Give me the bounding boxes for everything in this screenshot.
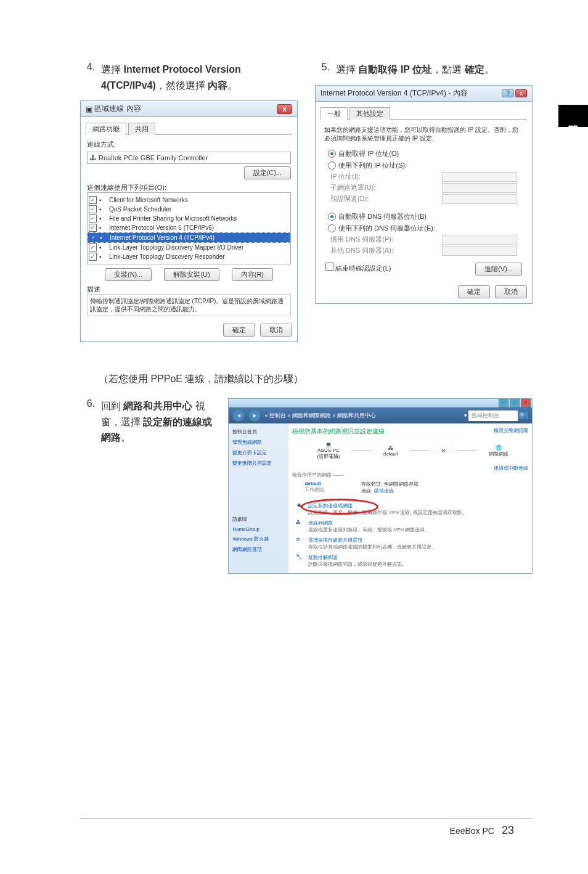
connect-disconnect-link[interactable]: 連線或中斷連線 bbox=[292, 465, 528, 472]
ok-button[interactable]: 確定 bbox=[458, 285, 490, 298]
radio-auto-ip[interactable]: 自動取得 IP 位址(O) bbox=[325, 148, 522, 160]
checkbox-icon: ✓ bbox=[89, 243, 97, 251]
cancel-button[interactable]: 取消 bbox=[260, 324, 292, 337]
connect-using-label: 連線方式: bbox=[87, 140, 291, 149]
step-6: 6. 回到 網路和共用中心 視窗，選擇 設定新的連線或網路。 bbox=[80, 398, 216, 446]
properties-button[interactable]: 內容(R) bbox=[232, 268, 273, 281]
intro-text: 如果您的網路支援這項功能，您可以取得自動指派的 IP 設定。否則，您必須詢問網路… bbox=[321, 122, 527, 147]
ok-button[interactable]: 確定 bbox=[223, 324, 255, 337]
subnet-input[interactable] bbox=[442, 183, 517, 193]
radio-manual-dns[interactable]: 使用下列的 DNS 伺服器位址(E): bbox=[325, 223, 522, 234]
protocol-item[interactable]: ✓▪Internet Protocol Version 6 (TCP/IPv6) bbox=[88, 223, 290, 232]
page-footer: EeeBox PC23 bbox=[450, 824, 514, 837]
task-link[interactable]: 🔧疑難排解問題診斷與修復網路問題，或取得疑難排解資訊。 bbox=[292, 552, 528, 570]
close-button[interactable]: x bbox=[277, 104, 292, 114]
window-title: Internet Protocol Version 4 (TCP/IPv4) -… bbox=[321, 88, 468, 99]
gateway-input[interactable] bbox=[442, 194, 517, 204]
nav-link[interactable]: 管理無線網路 bbox=[232, 439, 285, 446]
configure-button[interactable]: 設定(C)... bbox=[244, 166, 291, 179]
task-icon: 🔌 bbox=[296, 502, 304, 511]
cancel-button[interactable]: 取消 bbox=[495, 285, 527, 298]
pane-title: 檢視您基本的網路資訊並設定連線 bbox=[292, 427, 385, 436]
protocol-icon: ▪ bbox=[99, 206, 107, 213]
task-link[interactable]: 🖧連線到網路連線或重新連線到無線、有線、撥號或 VPN 網路連線。 bbox=[292, 518, 528, 535]
tab-alternate[interactable]: 其他設定 bbox=[349, 107, 390, 120]
nav-home[interactable]: 控制台首頁 bbox=[232, 428, 285, 435]
window-icon: ▣ bbox=[86, 105, 92, 113]
nav-link[interactable]: Windows 防火牆 bbox=[232, 536, 285, 542]
checkbox-icon: ✓ bbox=[89, 234, 97, 242]
step-number: 6. bbox=[80, 398, 95, 446]
nav-link[interactable]: HomeGroup bbox=[232, 526, 285, 532]
side-tab: 繁體中文 bbox=[558, 105, 588, 127]
task-link[interactable]: ⚙選擇家用群組和共用選項存取位於其他網路電腦的檔案和印表機，或變更共用設定。 bbox=[292, 535, 528, 552]
items-label: 這個連線使用下列項目(O): bbox=[87, 183, 291, 192]
forward-button[interactable]: ► bbox=[248, 409, 261, 422]
protocol-icon: ▪ bbox=[99, 244, 107, 251]
nav-link[interactable]: 變更進階共用設定 bbox=[232, 460, 285, 467]
close-button[interactable]: x bbox=[521, 399, 531, 407]
protocol-icon: ▪ bbox=[99, 253, 107, 261]
checkbox-icon: ✓ bbox=[89, 224, 97, 232]
this-pc-icon: 💻ASUS-PC(這部電腦) bbox=[317, 442, 340, 460]
adapter-icon: 🖧 bbox=[89, 154, 96, 161]
ipv4-properties-dialog: Internet Protocol Version 4 (TCP/IPv4) -… bbox=[315, 85, 533, 304]
protocol-item[interactable]: ✓▪Client for Microsoft Networks bbox=[88, 195, 290, 205]
protocol-icon: ▪ bbox=[100, 234, 107, 242]
install-button[interactable]: 安裝(N)... bbox=[105, 268, 152, 281]
nav-link[interactable]: 請參閱 bbox=[232, 516, 285, 523]
nav-link[interactable]: 網際網路選項 bbox=[232, 546, 285, 553]
checkbox-icon: ✓ bbox=[89, 253, 97, 261]
back-button[interactable]: ◄ bbox=[232, 409, 245, 422]
network-sharing-center: – □ x ◄ ► « 控制台 » 網路和網際網路 » 網路和共用中心 ▾ 搜尋… bbox=[228, 398, 533, 574]
dns1-input[interactable] bbox=[442, 235, 517, 245]
protocol-item[interactable]: ✓▪Link-Layer Topology Discovery Mapper I… bbox=[88, 243, 290, 252]
checkbox-icon: ✓ bbox=[89, 205, 97, 213]
network-icon: 🖧default bbox=[383, 446, 398, 457]
full-map-link[interactable]: 檢視完整網路圖 bbox=[494, 427, 528, 439]
nav-link[interactable]: 變更介面卡設定 bbox=[232, 449, 285, 456]
lan-properties-dialog: ▣ 區域連線 內容 x 網路功能 共用 連線方式: 🖧 Realtek PCIe… bbox=[80, 100, 298, 342]
minimize-button[interactable]: – bbox=[499, 399, 508, 407]
checkbox-icon: ✓ bbox=[89, 214, 97, 223]
tab-networking[interactable]: 網路功能 bbox=[86, 123, 126, 135]
radio-auto-dns[interactable]: 自動取得 DNS 伺服器位址(B) bbox=[325, 211, 522, 223]
internet-icon: 🌐網際網路 bbox=[489, 445, 508, 457]
close-button[interactable]: x bbox=[515, 89, 527, 97]
step-4: 4. 選擇 Internet Protocol Version 4(TCP/IP… bbox=[80, 62, 298, 93]
protocol-item[interactable]: ✓▪File and Printer Sharing for Microsoft… bbox=[88, 214, 290, 223]
tab-general[interactable]: 一般 bbox=[321, 107, 348, 120]
protocol-icon: ▪ bbox=[99, 215, 107, 223]
description-text: 傳輸控制通訊協定/網際網路通訊協定 (TCP/IP)。這是預設的廣域網路通訊協定… bbox=[87, 294, 291, 316]
protocol-item[interactable]: ✓▪Link-Layer Topology Discovery Responde… bbox=[88, 252, 290, 261]
step-number: 5. bbox=[315, 62, 330, 78]
step-number: 4. bbox=[80, 62, 95, 93]
maximize-button[interactable]: □ bbox=[510, 399, 520, 407]
no-internet-icon: ✕ bbox=[441, 448, 446, 454]
dns2-input[interactable] bbox=[442, 246, 517, 256]
task-icon: ⚙ bbox=[296, 537, 304, 545]
validate-checkbox[interactable]: 結束時確認設定(L) bbox=[325, 263, 391, 276]
connection-link[interactable]: 區域連線 bbox=[374, 488, 394, 494]
protocol-item[interactable]: ✓▪QoS Packet Scheduler bbox=[88, 205, 290, 214]
checkbox-icon: ✓ bbox=[89, 196, 97, 204]
protocol-icon: ▪ bbox=[99, 197, 107, 204]
window-title: 區域連線 內容 bbox=[94, 104, 141, 114]
ip-input[interactable] bbox=[442, 172, 517, 182]
adapter-name: Realtek PCIe GBE Family Controller bbox=[99, 154, 208, 161]
protocol-item[interactable]: ✓▪Internet Protocol Version 4 (TCP/IPv4) bbox=[88, 232, 290, 243]
breadcrumb[interactable]: « 控制台 » 網路和網際網路 » 網路和共用中心 bbox=[264, 412, 376, 420]
search-input[interactable]: 搜尋控制台 bbox=[468, 410, 518, 421]
pppoe-note: （若您使用 PPPoE 連線，請繼續以下的步驟） bbox=[99, 373, 533, 386]
search-icon[interactable]: 🔍 bbox=[518, 412, 528, 419]
description-label: 描述 bbox=[87, 285, 291, 294]
active-network[interactable]: default 工作網路 bbox=[304, 481, 324, 494]
task-link[interactable]: 🔌設定新的連線或網路設定無線、寬頻、撥號、臨機操作或 VPN 連線; 或設定路由… bbox=[292, 500, 528, 518]
protocol-icon: ▪ bbox=[99, 224, 107, 232]
radio-manual-ip[interactable]: 使用下列的 IP 位址(S): bbox=[325, 160, 522, 171]
step-5: 5. 選擇 自動取得 IP 位址，點選 確定。 bbox=[315, 62, 533, 78]
advanced-button[interactable]: 進階(V)... bbox=[475, 263, 522, 276]
tab-sharing[interactable]: 共用 bbox=[128, 123, 155, 135]
help-button[interactable]: ? bbox=[502, 89, 514, 97]
uninstall-button[interactable]: 解除安裝(U) bbox=[164, 268, 219, 281]
